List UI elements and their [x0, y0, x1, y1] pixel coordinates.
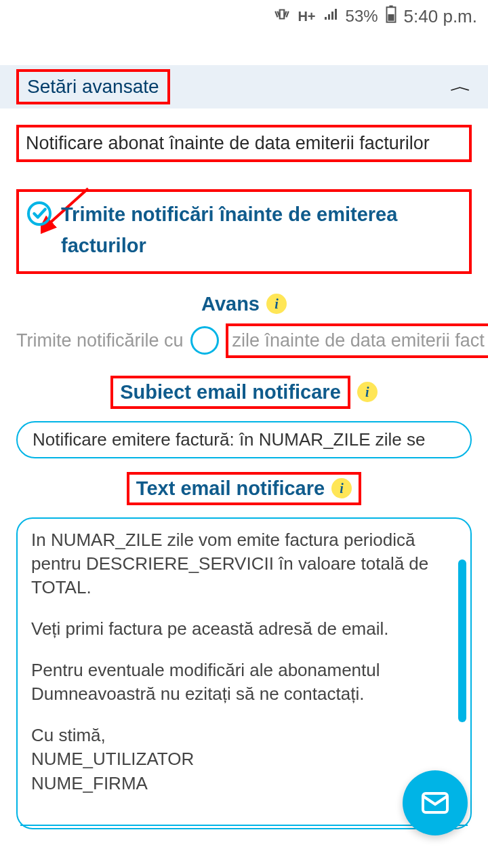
advance-label-row: Avans i: [201, 293, 287, 315]
vibrate-icon: [273, 5, 291, 27]
accordion-header[interactable]: Setări avansate ︿: [0, 65, 488, 108]
status-bar: H+ 53% 5:40 p.m.: [0, 0, 488, 33]
info-icon[interactable]: i: [331, 478, 352, 498]
send-notifications-checkbox-row: Trimite notificări înainte de emiterea f…: [16, 189, 472, 274]
chevron-up-icon: ︿: [450, 78, 472, 96]
network-type: H+: [298, 9, 315, 24]
email-subject-label-row: Subiect email notificare i: [110, 376, 378, 409]
checkbox-checked-icon[interactable]: [27, 201, 52, 226]
email-text-label-row: Text email notificare i: [127, 472, 361, 505]
advance-left-text: Trimite notificările cu: [16, 330, 184, 351]
compose-fab[interactable]: [403, 770, 468, 835]
signal-icon: [323, 6, 339, 26]
section-heading-box: Notificare abonat înainte de data emiter…: [16, 125, 472, 162]
email-text-label: Text email notificare: [136, 477, 325, 500]
divider: [20, 825, 468, 826]
clock: 5:40 p.m.: [404, 6, 477, 27]
svg-rect-1: [389, 5, 392, 7]
accordion-title: Setări avansate: [16, 69, 170, 104]
info-icon[interactable]: i: [266, 294, 287, 314]
scrollbar-thumb[interactable]: [458, 559, 466, 722]
battery-percent: 53%: [346, 7, 378, 26]
section-heading: Notificare abonat înainte de data emiter…: [26, 133, 462, 154]
email-text-textarea[interactable]: In NUMAR_ZILE zile vom emite factura per…: [16, 517, 472, 829]
advance-right-text: zile înainte de data emiterii fact: [226, 323, 488, 358]
svg-rect-2: [388, 14, 394, 21]
battery-icon: [385, 5, 397, 27]
email-subject-label: Subiect email notificare: [110, 376, 350, 409]
advance-label: Avans: [201, 293, 260, 315]
checkbox-label: Trimite notificări înainte de emiterea f…: [61, 199, 461, 262]
mail-icon: [419, 787, 451, 819]
info-icon[interactable]: i: [357, 382, 378, 402]
days-input[interactable]: [190, 326, 219, 355]
email-subject-input[interactable]: Notificare emitere factură: în NUMAR_ZIL…: [16, 421, 472, 458]
